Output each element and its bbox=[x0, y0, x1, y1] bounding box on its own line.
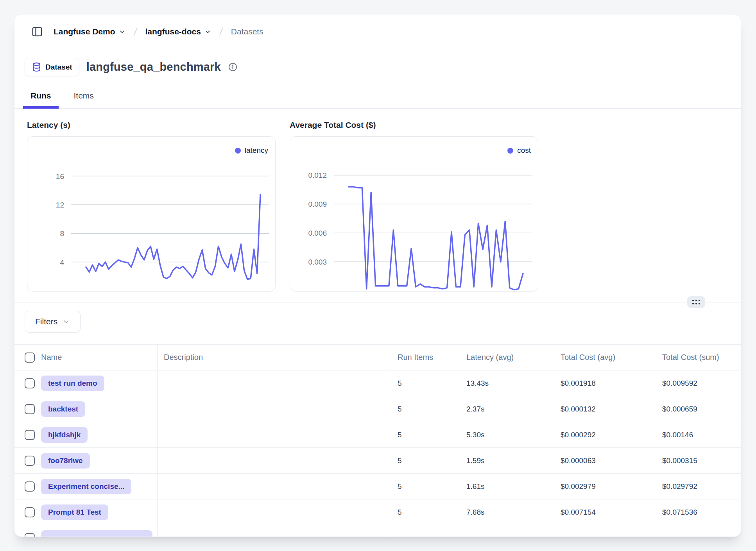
breadcrumb-project-dropdown[interactable]: Langfuse Demo bbox=[54, 27, 125, 36]
description-cell bbox=[158, 396, 388, 422]
total-cost-sum-cell: $0.000659 bbox=[653, 396, 741, 422]
dataset-badge-label: Dataset bbox=[45, 63, 72, 72]
run-name-badge[interactable]: Prompt 81 Test bbox=[41, 504, 108, 520]
charts-section: Latency (s) 481216 latency Average Total… bbox=[14, 120, 741, 292]
latency-chart-title: Latency (s) bbox=[27, 120, 276, 130]
run-name-badge[interactable]: hjkfdshjk bbox=[41, 427, 88, 443]
latency-avg-cell: 1.61s bbox=[457, 474, 551, 499]
description-cell bbox=[158, 370, 388, 396]
filters-row: Filters bbox=[25, 311, 741, 333]
column-header-name: Name bbox=[41, 353, 62, 362]
cost-chart-card: 0.0030.0060.0090.012 cost bbox=[290, 136, 538, 292]
legend-label: latency bbox=[245, 146, 268, 155]
latency-line-chart: 481216 bbox=[27, 137, 275, 291]
app-window: Langfuse Demo / langfuse-docs / Datasets bbox=[14, 14, 741, 537]
grip-dots-icon bbox=[692, 300, 700, 304]
total-cost-avg-cell: $0.007154 bbox=[551, 499, 653, 525]
row-checkbox[interactable] bbox=[25, 481, 35, 492]
legend-dot-icon bbox=[507, 148, 513, 154]
tab-bar: Runs Items bbox=[14, 86, 741, 109]
dataset-type-badge: Dataset bbox=[25, 58, 79, 76]
run-name-badge[interactable]: test run demo bbox=[41, 376, 104, 391]
breadcrumb-separator: / bbox=[133, 26, 137, 38]
run-name-badge[interactable]: Experiment concise... bbox=[41, 479, 131, 494]
svg-text:4: 4 bbox=[60, 258, 64, 267]
chevron-down-icon bbox=[204, 29, 211, 35]
latency-avg-cell: 7.68s bbox=[457, 499, 551, 525]
total-cost-sum-cell: $0.000315 bbox=[653, 448, 741, 473]
breadcrumb-environment-dropdown[interactable]: langfuse-docs bbox=[145, 27, 211, 36]
latency-avg-cell: 5.30s bbox=[457, 422, 551, 447]
chevron-down-icon bbox=[63, 318, 70, 326]
column-header-latency-avg: Latency (avg) bbox=[457, 345, 551, 370]
tab-items[interactable]: Items bbox=[66, 86, 101, 109]
cost-chart-title: Average Total Cost ($) bbox=[290, 120, 538, 130]
row-checkbox[interactable] bbox=[25, 404, 35, 414]
svg-text:8: 8 bbox=[60, 229, 64, 238]
run-name-badge[interactable]: backtest bbox=[41, 401, 85, 417]
description-cell bbox=[158, 499, 388, 525]
sidebar-toggle-button[interactable] bbox=[30, 25, 44, 39]
row-checkbox[interactable] bbox=[25, 378, 35, 388]
svg-text:0.012: 0.012 bbox=[308, 171, 327, 179]
svg-text:0.003: 0.003 bbox=[308, 258, 327, 266]
tab-runs[interactable]: Runs bbox=[23, 86, 59, 109]
run-items-cell: 5 bbox=[388, 422, 457, 447]
table-row-clipped bbox=[14, 525, 741, 537]
table-row: foo78riwe 5 1.59s $0.000063 $0.000315 bbox=[14, 448, 741, 474]
row-checkbox[interactable] bbox=[25, 507, 35, 517]
latency-chart-legend: latency bbox=[235, 146, 268, 155]
svg-text:0.009: 0.009 bbox=[308, 200, 327, 208]
svg-text:0.006: 0.006 bbox=[308, 229, 327, 237]
run-name-badge[interactable]: foo78riwe bbox=[41, 453, 90, 469]
total-cost-sum-cell: $0.00146 bbox=[653, 422, 741, 447]
svg-text:16: 16 bbox=[56, 172, 64, 181]
page-title: langfuse_qa_benchmark bbox=[86, 61, 221, 73]
description-cell bbox=[158, 448, 388, 473]
latency-chart-card: 481216 latency bbox=[27, 136, 276, 292]
cost-chart-group: Average Total Cost ($) 0.0030.0060.0090.… bbox=[290, 120, 538, 292]
table-header-row: Name Description Run Items Latency (avg)… bbox=[14, 345, 741, 370]
breadcrumb: Langfuse Demo / langfuse-docs / Datasets bbox=[54, 26, 263, 38]
row-checkbox[interactable] bbox=[25, 430, 35, 440]
total-cost-avg-cell: $0.001918 bbox=[551, 370, 653, 396]
total-cost-avg-cell: $0.000132 bbox=[551, 396, 653, 422]
column-header-total-cost-avg: Total Cost (avg) bbox=[551, 345, 653, 370]
run-items-cell: 5 bbox=[388, 499, 457, 525]
total-cost-sum-cell: $0.009592 bbox=[653, 370, 741, 396]
total-cost-sum-cell: $0.029792 bbox=[653, 474, 741, 499]
description-cell bbox=[158, 525, 388, 537]
total-cost-avg-cell: $0.002979 bbox=[551, 474, 653, 499]
filters-button[interactable]: Filters bbox=[25, 311, 81, 333]
info-icon[interactable] bbox=[228, 62, 238, 72]
table-row: hjkfdshjk 5 5.30s $0.000292 $0.00146 bbox=[14, 422, 741, 448]
database-icon bbox=[32, 62, 41, 72]
svg-text:12: 12 bbox=[56, 201, 64, 209]
dataset-title-row: Dataset langfuse_qa_benchmark bbox=[25, 58, 741, 76]
latency-chart-group: Latency (s) 481216 latency bbox=[27, 120, 276, 292]
total-cost-avg-cell: $0.000292 bbox=[551, 422, 653, 447]
run-name-badge[interactable] bbox=[41, 530, 152, 537]
table-row: test run demo 5 13.43s $0.001918 $0.0095… bbox=[14, 370, 741, 396]
latency-avg-cell: 13.43s bbox=[457, 370, 551, 396]
breadcrumb-separator: / bbox=[219, 26, 223, 38]
latency-avg-cell: 1.59s bbox=[457, 448, 551, 473]
cost-line-chart: 0.0030.0060.0090.012 bbox=[290, 137, 538, 291]
breadcrumb-page-label[interactable]: Datasets bbox=[231, 27, 263, 36]
page-background: Langfuse Demo / langfuse-docs / Datasets bbox=[0, 0, 756, 551]
cost-chart-legend: cost bbox=[507, 146, 531, 155]
row-checkbox[interactable] bbox=[25, 533, 35, 537]
panel-left-icon bbox=[31, 26, 43, 38]
table-row: backtest 5 2.37s $0.000132 $0.000659 bbox=[14, 396, 741, 422]
total-cost-avg-cell: $0.000063 bbox=[551, 448, 653, 473]
chevron-down-icon bbox=[119, 29, 125, 35]
description-cell bbox=[158, 474, 388, 499]
legend-dot-icon bbox=[235, 148, 241, 154]
latency-avg-cell: 2.37s bbox=[457, 396, 551, 422]
row-checkbox[interactable] bbox=[25, 456, 35, 466]
resize-drag-handle[interactable] bbox=[687, 296, 705, 308]
legend-label: cost bbox=[517, 146, 531, 155]
column-header-run-items: Run Items bbox=[388, 345, 457, 370]
run-items-cell: 5 bbox=[388, 448, 457, 473]
select-all-checkbox[interactable] bbox=[25, 352, 35, 363]
